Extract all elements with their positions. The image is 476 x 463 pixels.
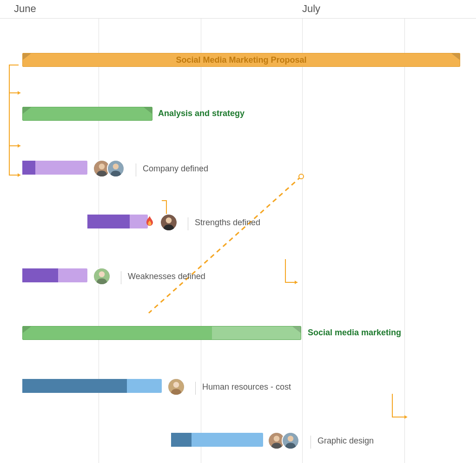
task-label: Strengths defined <box>184 216 260 229</box>
svg-point-17 <box>173 382 179 388</box>
task-label: Human resources - cost <box>192 381 291 394</box>
assignees[interactable] <box>160 214 178 231</box>
timeline-header: June July <box>0 0 476 19</box>
svg-point-15 <box>99 271 105 277</box>
assignees[interactable] <box>93 267 111 285</box>
row-company-defined: Company defined <box>0 155 476 182</box>
task-bar[interactable] <box>22 379 162 393</box>
task-bar[interactable] <box>171 433 263 447</box>
task-bar[interactable] <box>87 215 148 228</box>
svg-point-11 <box>113 163 119 170</box>
row-weaknesses-defined: Weaknesses defined <box>0 263 476 290</box>
assignees[interactable] <box>167 378 185 396</box>
summary-bar-analysis[interactable] <box>22 107 152 121</box>
svg-point-13 <box>166 217 172 223</box>
summary-label: Social media marketing <box>308 328 401 338</box>
task-label: Company defined <box>132 163 208 176</box>
summary-title: Social Media Marketing Proposal <box>23 55 460 65</box>
row-hr-cost: Human resources - cost <box>0 373 476 400</box>
svg-point-21 <box>288 436 294 442</box>
row-summary-smm: Social media marketing <box>0 320 476 347</box>
row-summary-analysis: Analysis and strategy <box>0 101 476 128</box>
avatar[interactable] <box>107 160 125 177</box>
task-label: Graphic design <box>307 435 374 448</box>
task-label: Weaknesses defined <box>117 270 205 283</box>
row-strengths-defined: Strengths defined <box>0 209 476 236</box>
avatar[interactable] <box>93 267 111 285</box>
row-summary-proposal: Social Media Marketing Proposal <box>0 47 476 74</box>
avatar[interactable] <box>160 214 178 231</box>
task-bar[interactable] <box>22 161 87 175</box>
summary-bar-smm[interactable] <box>22 326 301 340</box>
task-bar[interactable] <box>22 268 87 282</box>
flame-icon <box>143 215 156 228</box>
avatar[interactable] <box>167 378 185 396</box>
assignees[interactable] <box>268 432 299 450</box>
svg-point-19 <box>274 436 280 442</box>
svg-point-9 <box>99 163 105 170</box>
summary-label: Analysis and strategy <box>158 109 245 118</box>
avatar[interactable] <box>282 432 299 450</box>
row-graphic-design: Graphic design <box>0 427 476 454</box>
summary-bar-proposal[interactable]: Social Media Marketing Proposal <box>22 53 460 67</box>
month-label-0: June <box>14 3 36 15</box>
assignees[interactable] <box>93 160 125 177</box>
gantt-rows: Social Media Marketing Proposal Analysis… <box>0 19 476 423</box>
gantt-chart: June July Social Media Marketin <box>0 0 476 463</box>
month-label-1: July <box>302 3 320 15</box>
